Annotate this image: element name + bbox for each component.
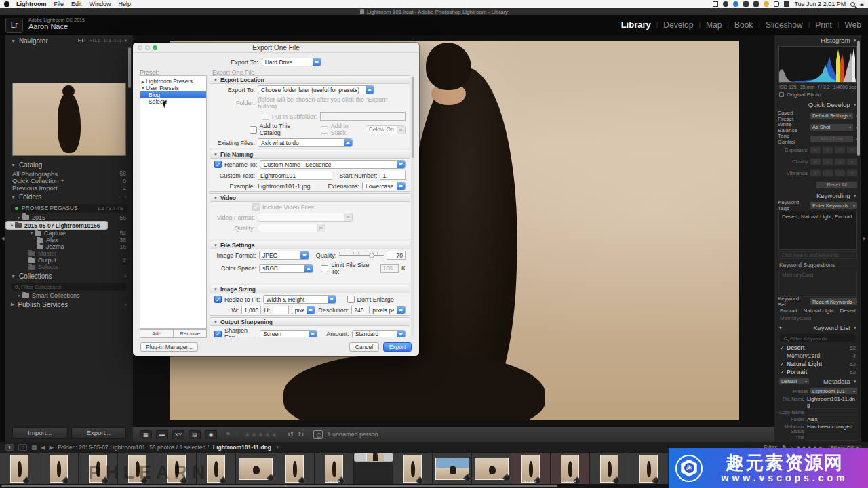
export-confirm-button[interactable]: Export bbox=[383, 342, 412, 352]
sharpen-amount-select[interactable]: Standard bbox=[352, 330, 406, 338]
monitor-1-button[interactable]: 1 bbox=[5, 444, 14, 451]
recent-keyword[interactable]: Portrait bbox=[780, 308, 797, 314]
module-print[interactable]: Print bbox=[815, 20, 832, 30]
filmstrip-thumb[interactable] bbox=[275, 453, 315, 484]
publish-services-header[interactable]: ▶ Publish Services + bbox=[5, 299, 133, 310]
filmstrip-thumb[interactable]: ●●●●● bbox=[315, 453, 354, 484]
grid-shortcut-icon[interactable]: ▦ bbox=[31, 444, 37, 451]
add-preset-button[interactable]: Add bbox=[140, 329, 174, 338]
status-icon[interactable] bbox=[764, 1, 769, 7]
export-to-select[interactable]: Hard Drive bbox=[262, 58, 321, 66]
folders-header[interactable]: ▼ Folders − + bbox=[5, 192, 133, 203]
resize-checkbox[interactable]: ✓ bbox=[214, 296, 222, 303]
folder-row-selected[interactable]: ▾ 2015-05-07 Lightroom10156 bbox=[5, 221, 108, 230]
back-arrow-icon[interactable]: ◀ bbox=[41, 444, 45, 451]
preset-item-blog[interactable]: Blog bbox=[140, 92, 206, 98]
exposure-steppers[interactable]: «‹›» bbox=[810, 146, 858, 154]
face-tag-icon[interactable] bbox=[313, 430, 323, 439]
keyword-row[interactable]: MemoryCard4 bbox=[774, 352, 861, 360]
module-map[interactable]: Map bbox=[706, 20, 722, 30]
dialog-scrollbar[interactable] bbox=[411, 75, 414, 337]
chevron-down-icon[interactable]: ▼ bbox=[275, 445, 279, 449]
auto-tone-button[interactable]: Auto Tone bbox=[810, 135, 854, 143]
white-balance-select[interactable]: As Shot▾ bbox=[810, 123, 854, 131]
filmstrip-thumb[interactable]: ●●●●● bbox=[511, 453, 551, 484]
collections-header[interactable]: ▼ Collections + bbox=[5, 270, 133, 281]
histogram-header[interactable]: Histogram▼ bbox=[774, 35, 861, 45]
catalog-previous-import[interactable]: Previous Import2 bbox=[5, 184, 133, 192]
navigator-preview[interactable] bbox=[12, 83, 126, 156]
flag-pick-icon[interactable]: ⚑ bbox=[225, 431, 231, 438]
close-icon[interactable] bbox=[138, 45, 142, 50]
keyword-tags-mode-select[interactable]: Enter Keywords▾ bbox=[810, 201, 858, 209]
folder-row[interactable]: ▸ 201556 bbox=[5, 214, 133, 221]
filmstrip-thumb[interactable]: ●●●●● bbox=[551, 453, 590, 484]
metadata-view-select[interactable]: Default▾ bbox=[778, 378, 810, 385]
catalog-header[interactable]: ▼ Catalog bbox=[5, 159, 133, 170]
reset-all-button[interactable]: Reset All bbox=[816, 181, 858, 189]
metadata-header[interactable]: Default▾ Metadata▼ bbox=[774, 376, 861, 386]
add-keywords-input[interactable]: Click here to add keywords bbox=[778, 251, 857, 259]
publish-add[interactable]: + bbox=[124, 302, 127, 307]
sharpen-target-select[interactable]: Screen bbox=[260, 330, 317, 338]
metadata-value[interactable]: Alex bbox=[807, 416, 857, 423]
keyword-set-select[interactable]: Recent Keywords▾ bbox=[810, 298, 858, 306]
preset-group-lightroom[interactable]: ▶Lightroom Presets bbox=[140, 78, 206, 85]
dont-enlarge-checkbox[interactable] bbox=[347, 296, 355, 303]
extensions-select[interactable]: Lowercase bbox=[362, 182, 406, 190]
menu-file[interactable]: File bbox=[54, 1, 64, 7]
sharpen-checkbox[interactable]: ✓ bbox=[214, 331, 222, 338]
folder-breadcrumb[interactable]: Folder : 2015-05-07 Lightroom101 bbox=[58, 444, 145, 451]
import-button[interactable]: Import... bbox=[12, 427, 68, 439]
folder-row[interactable]: Alex38 bbox=[5, 237, 133, 243]
color-space-select[interactable]: sRGB bbox=[259, 264, 313, 273]
width-input[interactable]: 1,000 bbox=[241, 306, 261, 314]
recent-keyword[interactable]: Desert bbox=[840, 308, 856, 314]
existing-files-select[interactable]: Ask what to do bbox=[258, 138, 353, 147]
monitor-2-button[interactable]: 2 bbox=[18, 444, 27, 451]
start-number-input[interactable]: 1 bbox=[380, 171, 406, 180]
quality-slider[interactable] bbox=[339, 251, 384, 260]
stack-position-select[interactable]: Below Original bbox=[366, 125, 406, 134]
quick-develop-header[interactable]: Quick Develop▼ bbox=[774, 100, 861, 110]
module-develop[interactable]: Develop bbox=[663, 20, 693, 30]
compare-view-icon[interactable]: XY bbox=[172, 430, 184, 439]
metadata-value[interactable] bbox=[807, 434, 857, 441]
volume-row[interactable]: PROMISE PEGASUS 1.3 / 3.7 TB bbox=[11, 204, 127, 213]
video-format-select[interactable] bbox=[258, 213, 353, 222]
right-panel-collapse-arrow[interactable]: ▶ bbox=[861, 35, 868, 442]
status-icon[interactable] bbox=[713, 1, 718, 7]
saved-preset-select[interactable]: Default Settings▾ bbox=[810, 112, 854, 120]
catalog-all-photographs[interactable]: All Photographs56 bbox=[5, 170, 133, 178]
section-header[interactable]: ▼ Output Sharpening bbox=[210, 318, 410, 326]
status-icon[interactable] bbox=[743, 1, 749, 7]
folder-row[interactable]: Selects bbox=[5, 264, 133, 270]
height-input[interactable] bbox=[273, 306, 288, 314]
forward-arrow-icon[interactable]: ▶ bbox=[50, 444, 54, 451]
export-folder-select[interactable]: Choose folder later (useful for presets) bbox=[258, 85, 374, 94]
include-video-checkbox[interactable]: ✓ bbox=[252, 203, 260, 211]
filmstrip-thumb-selected[interactable] bbox=[354, 453, 393, 462]
people-view-icon[interactable]: ◉ bbox=[205, 430, 217, 439]
keyword-row[interactable]: ✓ Desert52 bbox=[774, 344, 861, 352]
keyword-row[interactable]: ✓ Natural Light52 bbox=[774, 360, 861, 368]
clock[interactable]: Tue Jun 2 2:01 PM bbox=[794, 1, 846, 7]
module-slideshow[interactable]: Slideshow bbox=[766, 20, 803, 30]
folder-row[interactable]: Master bbox=[5, 250, 133, 257]
survey-view-icon[interactable]: ▤ bbox=[189, 430, 201, 439]
status-icon[interactable] bbox=[774, 1, 779, 7]
clarity-steppers[interactable]: «‹›» bbox=[810, 158, 858, 165]
zoom-window-icon[interactable] bbox=[153, 45, 157, 50]
smart-collections-row[interactable]: ▸ Smart Collections bbox=[5, 292, 133, 299]
zoom-modes[interactable]: FILL 1:1 1:1 ▾ bbox=[89, 38, 127, 43]
navigator-header[interactable]: ▼ Navigator FIT FILL 1:1 1:1 ▾ bbox=[5, 35, 133, 46]
folder-row[interactable]: Jazma16 bbox=[5, 243, 133, 250]
filmstrip-thumb[interactable] bbox=[39, 453, 79, 484]
catalog-quick-collection[interactable]: Quick Collection +0 bbox=[5, 178, 133, 185]
filmstrip-thumb[interactable] bbox=[236, 453, 275, 484]
cancel-button[interactable]: Cancel bbox=[349, 342, 379, 352]
add-to-stack-checkbox[interactable] bbox=[321, 126, 328, 134]
left-panel-collapse-arrow[interactable]: ◀ bbox=[0, 35, 5, 442]
keyword-list-header[interactable]: + Keyword List▼ bbox=[774, 323, 861, 333]
custom-text-input[interactable]: Lightroom101 bbox=[258, 171, 332, 180]
